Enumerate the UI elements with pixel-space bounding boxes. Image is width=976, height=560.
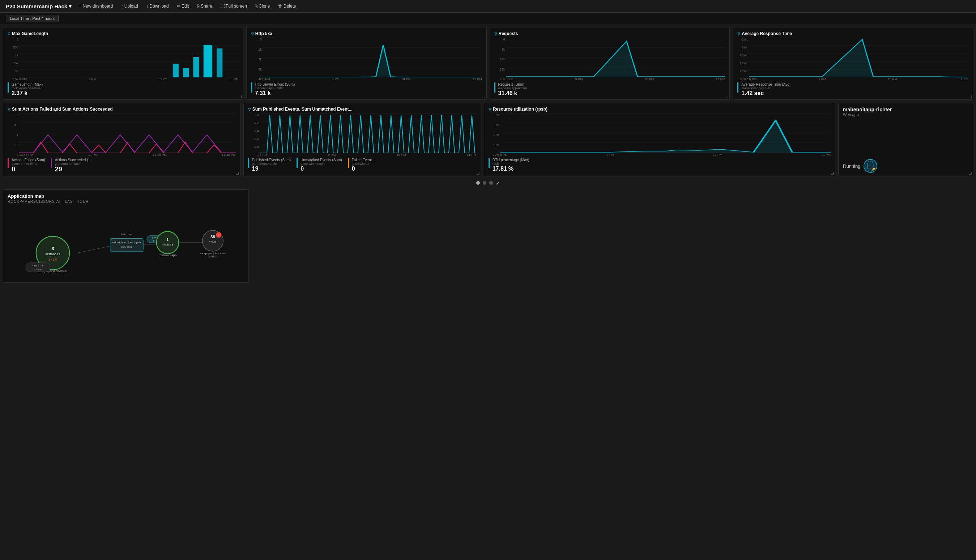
legend-color-bar	[8, 82, 9, 93]
svg-text:3: 3	[51, 246, 54, 251]
svg-text:2: 2	[218, 234, 220, 237]
widget-sum-actions: ▽ Sum Actions Failed and Sum Actions Suc…	[3, 103, 240, 177]
svg-marker-29	[749, 39, 968, 77]
svg-text:269.1 ms: 269.1 ms	[121, 233, 132, 236]
resize-handle[interactable]	[477, 172, 479, 175]
y-axis-labels: 2.5k 2k 1.5k 1k 500 0	[8, 38, 18, 81]
expand-button[interactable]: ⤢	[496, 180, 500, 186]
edit-button[interactable]: ✏ Edit	[175, 3, 190, 9]
svg-text:1 <1%: 1 <1%	[48, 258, 57, 262]
dot-1[interactable]	[476, 181, 480, 185]
svg-text:🔑: 🔑	[871, 167, 875, 171]
svg-text:38: 38	[210, 235, 215, 239]
resize-handle[interactable]	[969, 95, 972, 98]
widget-title-max-gamelength: ▽ Max GameLength	[8, 31, 239, 36]
widget-avg-response-time: ▽ Average Response Time 25sec 20sec 15se…	[732, 27, 973, 100]
svg-text:rpsb-win-app: rpsb-win-app	[158, 253, 177, 257]
appmap-svg: 3 instances 1 <1% rockpaperscissors-ai 4…	[8, 207, 244, 279]
row-2: ▽ Sum Actions Failed and Sum Actions Suc…	[3, 103, 973, 177]
svg-text:410.5 ms: 410.5 ms	[32, 264, 44, 267]
svg-text:instance: instance	[162, 243, 173, 246]
svg-text:CLIENT: CLIENT	[208, 255, 218, 258]
svg-text:4 calls: 4 calls	[34, 268, 42, 271]
widget-application-map: Application map ROCKPAPERSCISSORS-AI - L…	[3, 190, 249, 283]
svg-marker-46	[500, 120, 831, 153]
svg-text:mikerichter...ices | rpsb: mikerichter...ices | rpsb	[112, 241, 141, 244]
share-button[interactable]: ⎘ Share	[196, 3, 214, 9]
svg-rect-10	[217, 48, 222, 77]
svg-marker-16	[262, 45, 482, 77]
chart-svg-area	[19, 38, 239, 77]
filter-icon-http5xx: ▽	[251, 32, 254, 36]
resize-handle[interactable]	[831, 172, 834, 175]
svg-rect-9	[204, 45, 212, 77]
appmap-subtitle: ROCKPAPERSCISSORS-AI - LAST HOUR	[8, 200, 244, 203]
svg-text:instances: instances	[45, 252, 60, 256]
appmap-diagram: 3 instances 1 <1% rockpaperscissors-ai 4…	[8, 207, 244, 279]
app-type: Web app	[843, 112, 968, 117]
topbar-actions: + New dashboard ↑ Upload ↓ Download ✏ Ed…	[77, 3, 298, 9]
resize-handle[interactable]	[236, 172, 239, 175]
resize-handle[interactable]	[239, 95, 242, 98]
clone-button[interactable]: ⎗ Clone	[254, 3, 272, 9]
dashboard: ▽ Max GameLength 2.5k 2k 1.5k 1k 500 0	[0, 24, 976, 286]
widget-http-5xx: ▽ Http 5xx 4k 3k 2k 1k 0	[246, 27, 487, 100]
dot-2[interactable]	[483, 181, 486, 185]
timebar: Local Time : Past 4 hours	[0, 13, 976, 24]
app-status-label: Running	[843, 163, 860, 169]
dot-3[interactable]	[489, 181, 493, 185]
resize-handle[interactable]	[969, 172, 972, 175]
resize-handle[interactable]	[726, 95, 728, 98]
resize-handle[interactable]	[482, 95, 485, 98]
x-axis-labels: 8 PM 9 PM 10 PM 11 PM	[19, 77, 239, 81]
download-button[interactable]: ↓ Download	[145, 3, 170, 9]
svg-text:1: 1	[166, 237, 169, 242]
title-text: P20 Summercamp Hack	[6, 3, 67, 9]
widget-requests: ▽ Requests 20k 15k 10k 5k 0	[490, 27, 730, 100]
app-name: mabenoitapp-richter	[843, 107, 968, 112]
widget-sum-published: ▽ Sum Published Events, Sum Unmatched Ev…	[244, 103, 481, 177]
appmap-title: Application map	[8, 193, 244, 199]
chart-http5xx: 4k 3k 2k 1k 0	[251, 38, 482, 81]
svg-rect-7	[183, 68, 189, 77]
time-filter-badge[interactable]: Local Time : Past 4 hours	[6, 15, 58, 22]
upload-button[interactable]: ↑ Upload	[120, 3, 140, 9]
widget-resource-utilization: ▽ Resource utilization (rpsb) 20% 15% 10…	[484, 103, 835, 177]
legend-item-gamelength: GameLength (Max) rockpaperscissors-ai 2.…	[8, 82, 43, 97]
svg-line-54	[77, 246, 110, 253]
legend-area: GameLength (Max) rockpaperscissors-ai 2.…	[8, 82, 239, 97]
filter-icon: ▽	[8, 32, 10, 36]
pagination: ⤢	[3, 179, 973, 187]
widget-max-gamelength: ▽ Max GameLength 2.5k 2k 1.5k 1k 500 0	[3, 27, 244, 100]
svg-rect-6	[173, 63, 179, 77]
title-chevron[interactable]: ▾	[69, 3, 72, 9]
svg-rect-8	[193, 57, 199, 77]
svg-text:rockpaperscissors-ai: rockpaperscissors-ai	[200, 252, 226, 255]
app-status: Running 🔑	[843, 159, 968, 173]
svg-text:10K calls: 10K calls	[121, 245, 132, 248]
topbar: P20 Summercamp Hack ▾ + New dashboard ↑ …	[0, 0, 976, 13]
chart-max-gamelength: 2.5k 2k 1.5k 1k 500 0	[8, 38, 239, 81]
globe-icon: 🔑	[863, 159, 878, 173]
row-1: ▽ Max GameLength 2.5k 2k 1.5k 1k 500 0	[3, 27, 973, 100]
fullscreen-button[interactable]: ⛶ Full screen	[219, 3, 249, 9]
new-dashboard-button[interactable]: + New dashboard	[77, 3, 114, 9]
widget-app-info: mabenoitapp-richter Web app Running 🔑	[838, 103, 973, 177]
dashboard-title[interactable]: P20 Summercamp Hack ▾	[6, 3, 72, 9]
svg-text:views: views	[209, 240, 216, 243]
svg-marker-22	[506, 41, 726, 77]
delete-button[interactable]: 🗑 Delete	[277, 3, 298, 9]
